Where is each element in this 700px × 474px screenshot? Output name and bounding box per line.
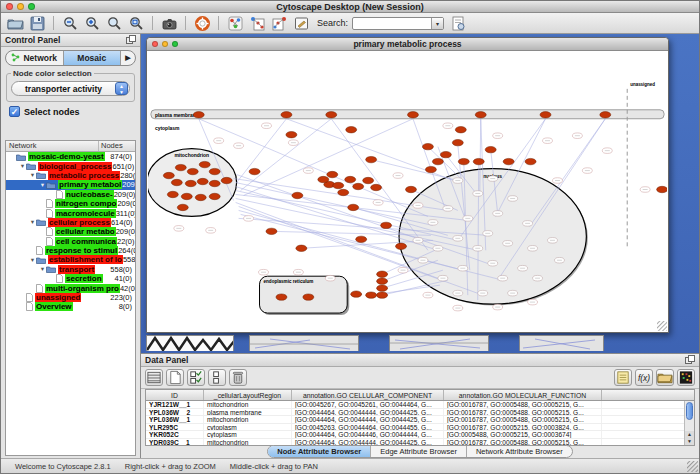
node-color-attribute-select[interactable]: transporter activity ▲▼: [11, 81, 130, 96]
save-button[interactable]: [27, 14, 47, 32]
search-dropdown-icon[interactable]: ▾: [431, 18, 443, 29]
gene-node-selected[interactable]: [408, 112, 419, 118]
layout-button[interactable]: [225, 14, 245, 32]
gene-node-selected[interactable]: [440, 151, 451, 157]
tree-row-secretion[interactable]: secretion41(0): [6, 274, 135, 283]
gene-node-selected[interactable]: [292, 192, 303, 198]
table-row[interactable]: YJR121W__1mitochondrion[GO:0045267, GO:0…: [146, 401, 694, 409]
gene-node-selected[interactable]: [345, 176, 356, 182]
tree-row-establishment-of-lo[interactable]: ▼establishment of lo558(0): [6, 255, 135, 264]
tree-row-cell-communica[interactable]: cell communica22(0): [6, 237, 135, 246]
float-panel-icon[interactable]: [685, 355, 695, 364]
unselect-attributes-button[interactable]: [208, 369, 226, 386]
zoom-fit-button[interactable]: [104, 14, 124, 32]
background-window-fragment[interactable]: [249, 335, 359, 351]
delete-attribute-button[interactable]: [229, 369, 247, 386]
gene-node-selected[interactable]: [181, 193, 192, 199]
tree-row-multi-organism-pro[interactable]: multi-organism pro42(0): [6, 283, 135, 292]
open-button[interactable]: [5, 14, 25, 32]
gene-node-selected[interactable]: [327, 171, 338, 177]
gene-node-selected[interactable]: [432, 158, 443, 164]
function-builder-button[interactable]: f(x): [635, 369, 653, 386]
gene-node-selected[interactable]: [377, 292, 388, 298]
zoom-out-button[interactable]: [60, 14, 80, 32]
float-panel-icon[interactable]: [126, 35, 136, 44]
expander-icon[interactable]: ▼: [39, 182, 46, 188]
table-column-header[interactable]: annotation.GO MOLECULAR_FUNCTION: [444, 390, 602, 400]
tab-network[interactable]: Network: [6, 51, 64, 65]
gene-node-selected[interactable]: [209, 180, 220, 186]
gene-node-selected[interactable]: [525, 158, 536, 164]
gene-node-selected[interactable]: [475, 112, 486, 118]
gene-node-selected[interactable]: [333, 182, 344, 188]
select-attributes-button[interactable]: [187, 369, 205, 386]
gene-node-selected[interactable]: [281, 112, 292, 118]
snapshot-button[interactable]: [159, 14, 179, 32]
table-column-header[interactable]: ID: [146, 390, 204, 400]
gene-node-selected[interactable]: [167, 191, 178, 197]
gene-node-selected[interactable]: [338, 189, 349, 195]
expander-icon[interactable]: ▼: [29, 172, 36, 178]
gene-node-selected[interactable]: [296, 245, 307, 251]
tab-edge-attribute-browser[interactable]: Edge Attribute Browser: [371, 446, 467, 457]
expander-icon[interactable]: ▼: [29, 219, 36, 225]
import-graphics-button[interactable]: [247, 14, 267, 32]
scrollbar-arrows[interactable]: ▲▼: [685, 431, 694, 445]
gene-node-selected[interactable]: [657, 186, 667, 192]
tree-row-metabolic-process[interactable]: ▼metabolic process280(0): [6, 171, 135, 180]
tree-row-mosaic-demo-yeast[interactable]: mosaic-demo-yeast874(0): [6, 152, 135, 161]
tree-row-cellular-metabo[interactable]: cellular metabo209(0): [6, 227, 135, 236]
tree-row-unassigned[interactable]: unassigned223(0): [6, 293, 135, 302]
tree-row-overview[interactable]: Overview8(0): [6, 302, 135, 311]
background-window-fragment[interactable]: [146, 335, 234, 351]
table-row[interactable]: YPL036W__2plasma membrane[GO:0044464, GO…: [146, 409, 694, 417]
search-input[interactable]: ▾: [352, 17, 444, 30]
select-nodes-checkbox[interactable]: ✓: [9, 106, 20, 117]
background-window-fragment[interactable]: [389, 335, 489, 351]
table-row[interactable]: YLR295Ccytoplasm[GO:0045263, GO:0044464,…: [146, 424, 694, 432]
window-titlebar[interactable]: Cytoscape Desktop (New Session): [1, 1, 699, 13]
tab-overflow-button[interactable]: ▶: [121, 51, 135, 65]
expander-icon[interactable]: ▼: [29, 257, 36, 263]
tree-row-transport[interactable]: ▼transport558(0): [6, 265, 135, 274]
scrollbar-thumb[interactable]: [686, 402, 693, 420]
tab-node-attribute-browser[interactable]: Node Attribute Browser: [268, 446, 371, 457]
tree-row-cellular-process[interactable]: ▼cellular process614(0): [6, 218, 135, 227]
gene-node-selected[interactable]: [366, 156, 377, 162]
import-attributes-button[interactable]: [656, 369, 674, 386]
export-graphics-button[interactable]: [269, 14, 289, 32]
expander-icon[interactable]: ▼: [39, 266, 46, 272]
zoom-selected-button[interactable]: [126, 14, 146, 32]
gene-node-selected[interactable]: [346, 127, 357, 133]
gene-node-selected[interactable]: [458, 158, 469, 164]
gene-node-selected[interactable]: [377, 271, 388, 277]
tree-row-nucleobase[interactable]: nucleobase-209(0): [6, 190, 135, 199]
gene-node-selected[interactable]: [193, 112, 204, 118]
table-column-header[interactable]: annotation.GO CELLULAR_COMPONENT: [292, 390, 444, 400]
gene-node-selected[interactable]: [209, 168, 220, 174]
gene-node-selected[interactable]: [163, 172, 174, 178]
table-row[interactable]: YKR052Ccytoplasm[GO:0044464, GO:0044446,…: [146, 431, 694, 439]
gene-node-selected[interactable]: [485, 146, 496, 152]
gene-node-selected[interactable]: [377, 285, 388, 291]
gene-node-selected[interactable]: [175, 164, 186, 170]
new-attribute-button[interactable]: [166, 369, 184, 386]
gene-node-selected[interactable]: [425, 166, 436, 172]
gene-node-selected[interactable]: [381, 222, 392, 228]
search-config-button[interactable]: [448, 14, 468, 32]
gene-node-selected[interactable]: [452, 139, 463, 145]
gene-node-selected[interactable]: [185, 180, 196, 186]
table-row[interactable]: YPL036W__1mitochondrion[GO:0044464, GO:0…: [146, 416, 694, 424]
background-window-fragment[interactable]: [519, 335, 604, 351]
gene-node-selected[interactable]: [326, 112, 337, 118]
gene-node-selected[interactable]: [303, 294, 314, 300]
gene-node-selected[interactable]: [503, 158, 514, 164]
tree-row-nitrogen-compo[interactable]: nitrogen compo209(0): [6, 199, 135, 208]
network-resize-grip[interactable]: [657, 321, 667, 331]
gene-node-selected[interactable]: [353, 183, 364, 189]
tab-network-attribute-browser[interactable]: Network Attribute Browser: [467, 446, 572, 457]
tree-row-primary-metabol[interactable]: ▼primary metabol209(...: [6, 180, 135, 189]
notes-button[interactable]: [614, 369, 632, 386]
gene-node-selected[interactable]: [371, 184, 382, 190]
gene-node-selected[interactable]: [195, 194, 206, 200]
